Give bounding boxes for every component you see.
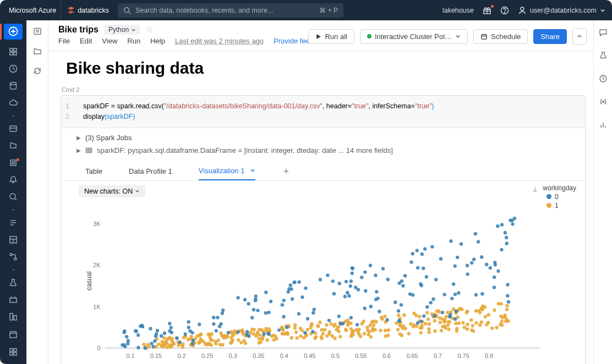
nav-data[interactable] (4, 78, 23, 94)
nav-queries[interactable] (4, 189, 23, 205)
last-edit-info[interactable]: Last edit was 2 minutes ago (175, 37, 264, 45)
nav-dashboards[interactable] (4, 232, 23, 248)
svg-point-464 (263, 332, 266, 335)
svg-point-139 (484, 315, 487, 318)
svg-point-575 (423, 247, 427, 250)
global-search[interactable]: Search data, notebooks, recents, and mor… (118, 3, 343, 18)
svg-text:0.25: 0.25 (201, 352, 213, 359)
svg-point-481 (136, 333, 140, 337)
svg-point-192 (365, 326, 369, 329)
svg-point-307 (457, 321, 460, 324)
svg-point-563 (338, 282, 341, 285)
nav-cloud[interactable] (4, 95, 23, 111)
nav-workspace[interactable] (4, 44, 23, 60)
svg-point-612 (411, 293, 414, 296)
svg-point-268 (409, 322, 412, 325)
code-editor[interactable]: 12 sparkDF = spark.read.csv("/databricks… (61, 96, 585, 128)
svg-point-472 (337, 314, 341, 317)
notebook-title[interactable]: Bike trips (58, 25, 99, 35)
cluster-selector[interactable]: Interactive Cluster Pol… (360, 29, 468, 44)
svg-point-466 (496, 269, 500, 272)
new-charts-toggle[interactable]: New charts: ON (79, 185, 145, 197)
nav-partner[interactable] (4, 344, 23, 360)
svg-point-455 (489, 266, 492, 269)
svg-point-112 (487, 313, 490, 316)
svg-point-419 (455, 329, 458, 332)
menu-view[interactable]: View (102, 37, 117, 45)
nav-experiments[interactable] (4, 275, 23, 291)
svg-point-588 (221, 311, 224, 315)
nav-pipelines[interactable] (4, 249, 23, 264)
nav-marketplace[interactable] (4, 327, 23, 343)
nav-jobs[interactable] (4, 121, 23, 137)
svg-point-242 (384, 334, 387, 338)
workspace-name[interactable]: lakehouse (442, 7, 474, 14)
menu-edit[interactable]: Edit (80, 37, 92, 45)
comments-icon[interactable] (599, 28, 608, 39)
tab-visualization[interactable]: Visualization 1 (199, 162, 256, 180)
toc-icon[interactable] (33, 27, 42, 36)
svg-point-306 (346, 323, 349, 326)
star-icon[interactable]: ☆ (146, 25, 153, 35)
language-selector[interactable]: Python (104, 25, 140, 35)
tab-table[interactable]: Table (85, 163, 102, 180)
user-menu[interactable]: user@databricks.com (518, 6, 605, 15)
svg-point-264 (299, 334, 302, 338)
svg-point-395 (477, 308, 480, 312)
schema-row[interactable]: ▶ sparkDF: pyspark.sql.dataframe.DataFra… (76, 144, 578, 157)
create-button[interactable] (4, 24, 23, 40)
nav-compute[interactable] (4, 155, 23, 171)
svg-point-369 (207, 332, 211, 335)
variables-icon[interactable] (599, 97, 608, 108)
folder-icon[interactable] (33, 47, 42, 56)
share-button[interactable]: Share (533, 29, 567, 44)
gift-icon[interactable] (483, 6, 491, 15)
svg-point-418 (446, 311, 449, 314)
svg-point-498 (449, 313, 452, 316)
help-icon[interactable] (500, 6, 509, 15)
svg-point-427 (323, 328, 326, 331)
charts-icon[interactable] (599, 120, 608, 131)
svg-point-362 (499, 315, 502, 318)
tab-data-profile[interactable]: Data Profile 1 (129, 163, 172, 180)
nav-alerts[interactable] (4, 172, 23, 187)
spark-jobs-row[interactable]: ▶(3) Spark Jobs (76, 131, 578, 144)
svg-text:0.3: 0.3 (229, 352, 237, 359)
nav-sql[interactable] (4, 215, 23, 231)
svg-point-423 (260, 328, 263, 331)
svg-point-346 (321, 332, 325, 335)
run-all-button[interactable]: Run all (308, 29, 354, 44)
add-tab-button[interactable]: ＋ (282, 166, 291, 177)
svg-point-440 (441, 317, 444, 321)
schedule-button[interactable]: Schedule (473, 29, 528, 44)
svg-point-476 (304, 286, 307, 289)
revision-icon[interactable] (599, 74, 608, 85)
scatter-plot[interactable]: casual 01K2K3K0.10.150.20.250.30.350.40.… (78, 198, 578, 363)
download-icon[interactable]: ↓ (533, 184, 537, 192)
svg-point-505 (493, 275, 496, 278)
svg-point-525 (252, 308, 255, 311)
svg-point-412 (223, 334, 227, 337)
svg-point-461 (429, 301, 433, 304)
svg-point-449 (493, 285, 496, 289)
collapse-right-button[interactable] (572, 28, 587, 45)
svg-point-134 (320, 328, 323, 331)
nav-recents[interactable] (4, 61, 23, 77)
svg-point-470 (313, 307, 316, 311)
svg-point-485 (264, 311, 267, 315)
svg-point-591 (455, 310, 458, 313)
menu-run[interactable]: Run (127, 37, 140, 45)
svg-point-516 (351, 271, 354, 274)
svg-point-380 (237, 338, 240, 341)
menu-help[interactable]: Help (150, 37, 165, 45)
svg-point-446 (347, 294, 351, 297)
svg-point-353 (400, 333, 403, 337)
nav-models[interactable] (4, 292, 23, 308)
menu-file[interactable]: File (58, 37, 70, 45)
svg-point-212 (318, 321, 321, 324)
svg-point-600 (477, 240, 480, 243)
refresh-icon[interactable] (33, 67, 42, 75)
nav-workflows[interactable] (4, 138, 23, 154)
nav-features[interactable] (4, 309, 23, 325)
mlflow-icon[interactable] (599, 51, 608, 62)
